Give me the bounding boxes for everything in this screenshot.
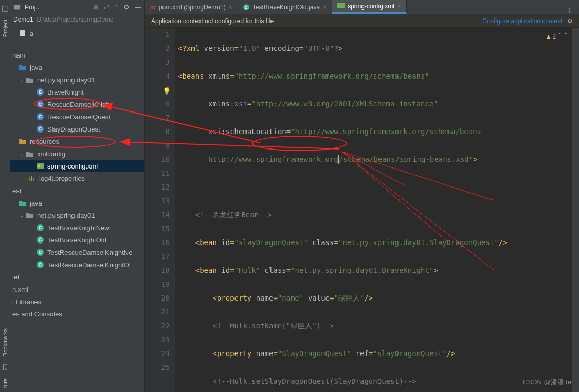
project-title: Proj... (25, 4, 41, 11)
project-panel: Proj... ⊕ ⇄ ÷ ⚙ — Demo1 D:\ideaProjects\… (10, 0, 145, 392)
svg-rect-7 (337, 3, 345, 8)
project-tree[interactable]: a nain java ⌄net.py.spring.day01 CBraveK… (10, 25, 144, 392)
chevron-up-icon[interactable]: ˆ (558, 30, 562, 44)
tree-package-test[interactable]: ⌄net.py.spring.day01 (10, 209, 144, 221)
tree-class-test1[interactable]: CTestBraveKnightNew (10, 221, 144, 234)
close-icon[interactable]: × (323, 4, 327, 11)
hide-icon[interactable]: — (135, 3, 141, 11)
more-tabs-icon[interactable]: ⋮ (560, 6, 579, 14)
collapse-all-icon[interactable]: ÷ (115, 3, 118, 11)
tree-folder-test[interactable]: est (10, 184, 144, 197)
breadcrumb-path: D:\ideaProjects\springDemo (37, 16, 113, 23)
bulb-icon[interactable]: 💡 (162, 84, 171, 98)
tab-pom[interactable]: mpom.xml (SpringDemo1)× (145, 1, 238, 14)
tab-testbraveknight[interactable]: CTestBraveKnightOld.java× (238, 1, 332, 14)
tree-folder-resources[interactable]: resources (10, 135, 144, 147)
svg-rect-0 (2, 6, 8, 12)
tree-folder-xmlconfig[interactable]: ⌄xmlconfig (10, 147, 144, 160)
gear-icon[interactable]: ⚙ (567, 17, 573, 25)
close-icon[interactable]: × (229, 4, 232, 11)
tree-folder-java[interactable]: java (10, 61, 144, 73)
svg-rect-4 (29, 177, 30, 181)
side-rail: Project Bookmarks ture (0, 0, 10, 392)
project-toolbar: Proj... ⊕ ⇄ ÷ ⚙ — (10, 0, 144, 14)
tree-consoles[interactable]: es and Consoles (10, 308, 144, 320)
notice-bar: Application context not configured for t… (145, 14, 579, 28)
breadcrumb: Demo1 D:\ideaProjects\springDemo (10, 14, 144, 25)
tree-package[interactable]: ⌄net.py.spring.day01 (10, 73, 144, 86)
watermark: CSDN @潘潘.tel (523, 378, 573, 387)
expand-all-icon[interactable]: ⇄ (104, 3, 110, 11)
tree-folder-main[interactable]: nain (10, 49, 144, 61)
tree-class-test2[interactable]: CTestBraveKnightOld (10, 234, 144, 246)
editor-scrollbar[interactable] (572, 28, 579, 392)
notice-text: Application context not configured for t… (151, 17, 274, 25)
chevron-down-icon[interactable]: ˇ (564, 30, 568, 44)
breadcrumb-project: Demo1 (13, 16, 33, 23)
tree-class-slaydragonquest[interactable]: CSlayDragonQuest (10, 123, 144, 135)
close-icon[interactable]: × (397, 3, 401, 10)
settings-icon[interactable]: ⚙ (123, 3, 130, 11)
tree-folder-java-test[interactable]: java (10, 197, 144, 209)
warning-badge[interactable]: ▲2ˆˇ (547, 30, 568, 44)
tree-file-spring-config[interactable]: spring-config.xml (10, 160, 144, 172)
tree-class-rescuedamselquest[interactable]: CRescueDamselQuest (10, 110, 144, 123)
tab-spring-config[interactable]: spring-config.xml× (332, 0, 407, 14)
project-tool-label[interactable]: Project (2, 20, 8, 37)
svg-rect-6 (33, 178, 34, 181)
svg-rect-1 (14, 5, 20, 9)
bookmarks-icon[interactable] (2, 364, 9, 371)
structure-tool-label[interactable]: ture (2, 378, 8, 388)
editor-tabs: mpom.xml (SpringDemo1)× CTestBraveKnight… (145, 0, 579, 14)
tree-item[interactable]: iet (10, 271, 144, 283)
editor-area: mpom.xml (SpringDemo1)× CTestBraveKnight… (145, 0, 579, 392)
code-editor[interactable]: 1234567891011121314151617181920212223242… (145, 28, 579, 392)
tree-libraries[interactable]: l Libraries (10, 295, 144, 308)
tree-class-test3[interactable]: CTestRescueDamselKnightNe (10, 246, 144, 258)
tree-class-test4[interactable]: CTestRescueDamselKnightOl (10, 258, 144, 271)
gutter: 1234567891011121314151617181920212223242… (145, 28, 175, 392)
select-opened-icon[interactable]: ⊕ (93, 3, 99, 11)
tree-class-braveknight[interactable]: CBraveKnight (10, 86, 144, 98)
configure-context-link[interactable]: Configure application context (482, 17, 562, 25)
tree-file-log4j[interactable]: log4j.properties (10, 172, 144, 184)
svg-rect-3 (38, 165, 40, 167)
project-icon (13, 4, 21, 11)
svg-rect-5 (31, 176, 32, 181)
warning-icon: ▲ (547, 30, 550, 44)
tree-file-nxml[interactable]: n.xml (10, 283, 144, 295)
tree-item[interactable]: a (10, 27, 144, 40)
tree-class-rescuedamselknight[interactable]: CRescueDamselKnight (10, 98, 144, 110)
bookmarks-tool-label[interactable]: Bookmarks (2, 328, 8, 357)
project-tool-icon[interactable] (2, 5, 9, 12)
code-content[interactable]: <?xml version="1.0" encoding="UTF-8"?> <… (175, 28, 579, 392)
